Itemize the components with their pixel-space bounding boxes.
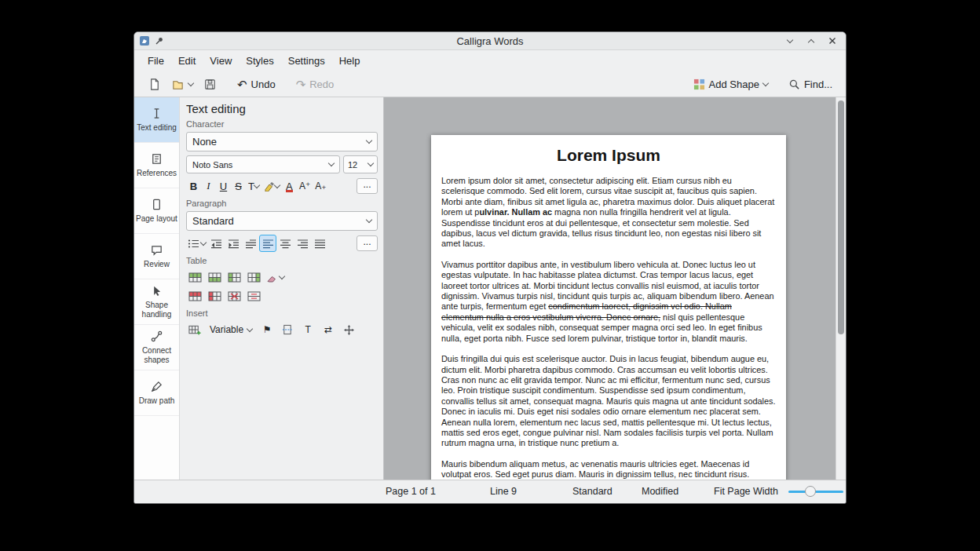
document-page[interactable]: Lorem Ipsum Lorem ipsum dolor sit amet, … xyxy=(431,135,786,480)
delete-row-button[interactable] xyxy=(186,287,203,305)
insert-row-above-button[interactable] xyxy=(186,268,203,286)
align-center-button[interactable] xyxy=(276,235,294,252)
align-left-button[interactable] xyxy=(259,235,276,252)
more-paragraph-options-button[interactable]: ... xyxy=(357,235,378,251)
more-character-options-button[interactable]: ... xyxy=(357,178,378,194)
titlebar[interactable]: Calligra Words xyxy=(134,32,846,50)
list-style-button[interactable] xyxy=(186,235,207,252)
undo-button[interactable]: ↶ Undo xyxy=(233,75,280,93)
chevron-down-icon xyxy=(274,181,280,188)
panel-title: Text editing xyxy=(186,102,378,115)
insert-swap-button[interactable]: ⇄ xyxy=(320,321,337,338)
menu-edit[interactable]: Edit xyxy=(171,53,203,69)
delete-row-icon xyxy=(188,291,202,301)
zoom-slider[interactable] xyxy=(788,480,843,502)
insert-page-break-button[interactable] xyxy=(279,321,296,338)
tab-label: Page layout xyxy=(136,214,177,224)
insert-variable-button[interactable]: Variable xyxy=(207,321,255,338)
subscript-button[interactable]: A₊ xyxy=(313,177,328,195)
redo-button[interactable]: ↷ Redo xyxy=(292,75,338,93)
change-case-button[interactable]: T xyxy=(246,177,261,195)
sidebar-tab-page-layout[interactable]: Page layout xyxy=(134,188,179,234)
insert-table-button[interactable] xyxy=(186,321,203,338)
superscript-button[interactable]: A⁺ xyxy=(297,177,313,195)
search-icon xyxy=(788,78,800,90)
variable-label: Variable xyxy=(210,324,243,335)
table-border-pen-button[interactable] xyxy=(265,268,286,286)
vertical-scrollbar[interactable] xyxy=(836,97,846,480)
menu-help[interactable]: Help xyxy=(332,53,368,69)
zoom-mode-button[interactable]: Fit Page Width xyxy=(714,480,778,502)
chevron-down-icon xyxy=(279,272,285,279)
app-icon xyxy=(139,35,150,46)
text-color-button[interactable]: A xyxy=(282,177,297,195)
character-style-select[interactable]: None xyxy=(186,132,378,151)
chevron-down-icon xyxy=(762,79,769,86)
align-right-button[interactable] xyxy=(294,235,311,252)
bold-button[interactable]: B xyxy=(186,177,201,195)
open-document-button[interactable] xyxy=(167,75,197,94)
underline-button[interactable]: U xyxy=(216,177,231,195)
insert-column-right-button[interactable] xyxy=(245,268,262,286)
insert-row-below-button[interactable] xyxy=(206,268,223,286)
insert-row-above-icon xyxy=(188,272,202,283)
sidebar-tab-review[interactable]: Review xyxy=(134,234,179,279)
find-button[interactable]: Find... xyxy=(784,75,836,93)
menu-view[interactable]: View xyxy=(203,53,239,69)
menu-settings[interactable]: Settings xyxy=(281,53,332,69)
menu-styles[interactable]: Styles xyxy=(239,53,280,69)
merge-cells-button[interactable] xyxy=(245,287,262,305)
maximize-button[interactable] xyxy=(806,35,817,46)
bookmark-flag-icon: ⚑ xyxy=(263,325,272,334)
chevron-down-icon xyxy=(328,160,335,166)
insert-bookmark-button[interactable]: ⚑ xyxy=(258,321,276,338)
italic-button[interactable]: I xyxy=(201,177,216,195)
font-size-value: 12 xyxy=(348,160,364,170)
sidebar-tab-text-editing[interactable]: Text editing xyxy=(134,97,179,143)
style-indicator[interactable]: Standard xyxy=(572,480,612,502)
menu-file[interactable]: File xyxy=(141,53,171,69)
insert-text-frame-button[interactable]: T xyxy=(299,321,316,338)
zoom-slider-track[interactable] xyxy=(788,491,843,493)
document-canvas[interactable]: Lorem Ipsum Lorem ipsum dolor sit amet, … xyxy=(384,97,846,480)
close-button[interactable] xyxy=(827,35,838,46)
color-indicator xyxy=(286,190,293,192)
new-document-button[interactable] xyxy=(144,75,165,94)
highlight-color-button[interactable] xyxy=(261,177,282,195)
paragraph: Duis fringilla dui quis est scelerisque … xyxy=(441,354,776,449)
delete-column-button[interactable] xyxy=(206,287,223,305)
tab-label: Shape handling xyxy=(136,301,177,319)
pin-icon[interactable] xyxy=(155,36,164,46)
chevron-down-icon xyxy=(366,137,372,144)
minimize-button[interactable] xyxy=(784,35,795,46)
font-family-select[interactable]: Noto Sans xyxy=(186,155,340,173)
menubar: File Edit View Styles Settings Help xyxy=(134,50,846,71)
tab-label: References xyxy=(137,169,177,178)
sidebar-tab-draw-path[interactable]: Draw path xyxy=(134,370,179,416)
first-line-indent-button[interactable] xyxy=(242,235,259,252)
review-icon xyxy=(150,243,163,257)
decrease-indent-button[interactable] xyxy=(207,235,225,252)
scrollbar-thumb[interactable] xyxy=(838,100,844,334)
font-size-select[interactable]: 12 xyxy=(343,155,378,173)
delete-table-button[interactable] xyxy=(225,287,243,305)
insert-column-left-button[interactable] xyxy=(225,268,243,286)
paragraph-style-select[interactable]: Standard xyxy=(186,211,378,231)
sidebar-tab-connect-shapes[interactable]: Connect shapes xyxy=(134,325,179,370)
align-justify-button[interactable] xyxy=(311,235,328,252)
sidebar-tab-references[interactable]: References xyxy=(134,143,179,188)
save-button[interactable] xyxy=(199,75,221,94)
zoom-slider-handle[interactable] xyxy=(805,486,816,497)
text-editing-icon xyxy=(150,107,163,120)
indent-icon xyxy=(228,239,240,249)
character-format-row: B I U S T A A⁺ xyxy=(186,177,378,195)
sidebar-tab-shape-handling[interactable]: Shape handling xyxy=(134,279,179,325)
outdent-icon xyxy=(210,239,222,249)
strikethrough-button[interactable]: S xyxy=(231,177,246,195)
align-right-icon xyxy=(297,239,309,249)
main-toolbar: ↶ Undo ↷ Redo Add Shape Find... xyxy=(134,71,846,97)
references-icon xyxy=(150,152,163,166)
add-shape-button[interactable]: Add Shape xyxy=(689,75,772,93)
insert-anchor-button[interactable] xyxy=(340,321,357,338)
increase-indent-button[interactable] xyxy=(225,235,242,252)
